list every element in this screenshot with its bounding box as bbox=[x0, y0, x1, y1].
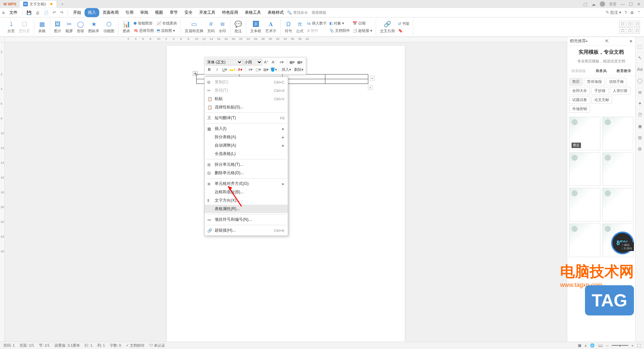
view-6[interactable]: ▢ bbox=[634, 28, 640, 34]
screenshot-button[interactable]: ✂截屏 bbox=[63, 20, 75, 34]
filter-business[interactable]: 商务风 bbox=[590, 66, 613, 76]
vertical-ruler[interactable]: 2 2 4 6 8 10 12 14 16 18 20 22 24 26 bbox=[0, 42, 5, 342]
menu-paste-special[interactable]: 📋选择性粘贴(S)... bbox=[205, 103, 288, 111]
page-break-button[interactable]: ⤵分页 bbox=[5, 20, 17, 34]
menu-translate[interactable]: 文短句翻译(T)F6 bbox=[205, 114, 288, 122]
menu-split-cell[interactable]: ⊞拆分单元格(T)... bbox=[205, 160, 288, 169]
bookmark-button[interactable]: 🔖 bbox=[397, 28, 411, 34]
blank-page-button[interactable]: ☐空白页 bbox=[17, 20, 32, 34]
shading-icon[interactable]: ▤▾ bbox=[262, 66, 270, 73]
view-1[interactable]: ▢ bbox=[619, 21, 625, 27]
fill-icon[interactable]: 🪣▾ bbox=[270, 66, 277, 73]
undo-icon[interactable]: ↶ bbox=[51, 10, 58, 15]
menu-table-properties[interactable]: 表格属性(R)... bbox=[205, 205, 288, 213]
tag-resume[interactable]: 简历 bbox=[569, 78, 583, 86]
panel-close-icon[interactable]: ✕ bbox=[629, 39, 633, 44]
menu-delete-cell[interactable]: ⊟删除单元格(D)... bbox=[205, 169, 288, 177]
template-item[interactable]: 最近 bbox=[569, 117, 600, 150]
template-item[interactable] bbox=[569, 223, 600, 257]
strip-select-icon[interactable]: ↖ bbox=[638, 55, 642, 60]
view-4[interactable]: ▢ bbox=[619, 28, 625, 34]
menu-copy[interactable]: ⧉复制(C)Ctrl+C bbox=[205, 78, 288, 86]
close-button[interactable]: ✕ bbox=[637, 2, 641, 7]
tab-security[interactable]: 安全 bbox=[181, 8, 196, 17]
horizontal-ruler[interactable]: 2 4 6 8 10 2 4 6 8 10 12 14 16 18 20 22 … bbox=[5, 37, 644, 42]
tag-thesis[interactable]: 论文文献 bbox=[591, 96, 612, 104]
comments-button[interactable]: ✎ 批注 ▾ bbox=[606, 10, 622, 15]
redo-icon[interactable]: ↷ bbox=[58, 10, 65, 15]
flowchart-button[interactable]: ⬒流程图 ▾ bbox=[155, 28, 178, 34]
settings-icon[interactable]: ⚙ bbox=[630, 10, 634, 15]
tab-dev[interactable]: 开发工具 bbox=[196, 8, 219, 17]
tag-poster[interactable]: 宣传海报 bbox=[584, 78, 605, 86]
view-3[interactable]: ▢ bbox=[634, 21, 640, 27]
template-item[interactable] bbox=[602, 188, 634, 221]
minimize-button[interactable]: — bbox=[621, 2, 625, 7]
view-outline-icon[interactable]: ≡ bbox=[585, 344, 587, 348]
wordart-button[interactable]: 𝐀艺术字 bbox=[263, 20, 278, 34]
filter-search[interactable]: 搜索模板 bbox=[567, 66, 590, 76]
strip-settings-icon[interactable]: ⚙ bbox=[638, 146, 642, 152]
tab-sections[interactable]: 章节 bbox=[166, 8, 181, 17]
status-position[interactable]: 设置值: 3.1厘米 bbox=[54, 343, 80, 348]
template-item[interactable] bbox=[602, 152, 634, 186]
cross-ref-button[interactable]: ⇄书签 bbox=[397, 20, 411, 27]
status-line[interactable]: 行: 1 bbox=[85, 343, 92, 348]
view-2[interactable]: ▢ bbox=[627, 21, 633, 27]
menu-paste[interactable]: 📋粘贴Ctrl+V bbox=[205, 95, 288, 103]
object-button[interactable]: ◧对象 ▾ bbox=[328, 20, 351, 27]
view-5[interactable]: ▢ bbox=[627, 28, 633, 34]
hyperlink-button[interactable]: 🔗交叉引用 bbox=[378, 20, 397, 34]
view-layout-icon[interactable]: ▦ bbox=[578, 343, 581, 348]
tab-view[interactable]: 视图 bbox=[152, 8, 166, 17]
doc-parts-button[interactable]: 📑超链接 ▾ bbox=[351, 28, 374, 34]
strip-layers-icon[interactable]: ≣ bbox=[638, 89, 642, 95]
mini-insert-button[interactable]: 插入▾ bbox=[280, 66, 292, 73]
tab-table-tools[interactable]: 表格工具 bbox=[241, 8, 264, 17]
dropcap-button[interactable]: ≣附件 bbox=[306, 28, 328, 34]
file-menu[interactable]: 文件 bbox=[7, 10, 20, 15]
shapes-button[interactable]: ◯形状 bbox=[75, 20, 86, 34]
status-cert[interactable]: 🛡 未认证 bbox=[149, 343, 165, 348]
font-size-selector[interactable]: 小四 bbox=[243, 59, 262, 65]
filter-education[interactable]: 教育教学 bbox=[612, 66, 635, 76]
menu-split-table[interactable]: 拆分表格(A)▶ bbox=[205, 133, 288, 141]
collapse-ribbon-icon[interactable]: ⌃ bbox=[637, 10, 641, 15]
notif-icon[interactable]: ▢ bbox=[583, 2, 587, 7]
mini-delete-button[interactable]: 删除▾ bbox=[293, 66, 305, 73]
align-icon[interactable]: ≡▾ bbox=[247, 66, 254, 73]
menu-borders[interactable]: 边框和底纹(B)... bbox=[205, 188, 288, 196]
tag-marketing[interactable]: 市场营销 bbox=[569, 105, 590, 113]
zoom-in-icon[interactable]: + bbox=[632, 344, 634, 348]
template-item[interactable] bbox=[569, 152, 600, 186]
mindmap-button[interactable]: 🧠思维导图 bbox=[132, 28, 155, 34]
tag-hr[interactable]: 人资行政 bbox=[610, 87, 631, 95]
comment-button[interactable]: 💬批注 bbox=[232, 20, 244, 34]
fullscreen-icon[interactable]: ⛶ bbox=[637, 344, 641, 348]
add-column-button[interactable]: + bbox=[370, 76, 375, 81]
date-button[interactable]: 📅日期 bbox=[351, 20, 374, 27]
view-web-icon[interactable]: 🌐 bbox=[590, 343, 595, 348]
table-button[interactable]: ▦表格 bbox=[36, 20, 48, 34]
tag-handwritten[interactable]: 手抄报 bbox=[591, 87, 608, 95]
merge-cells-icon[interactable]: ▦▾ bbox=[288, 58, 296, 66]
online-chart-button[interactable]: 📈在线图表 bbox=[155, 20, 178, 27]
tab-start[interactable]: 开始 bbox=[70, 8, 85, 17]
symbol-button[interactable]: Ω符号 bbox=[283, 20, 294, 34]
underline-icon[interactable]: U▾ bbox=[221, 66, 228, 73]
highlight-icon[interactable]: ▬▾ bbox=[229, 66, 236, 73]
textbox-button[interactable]: 🅰文本框 bbox=[248, 20, 263, 34]
strip-style-icon[interactable]: Aa bbox=[637, 66, 643, 72]
save-icon[interactable]: 💾 bbox=[24, 10, 34, 15]
strip-clock-icon[interactable]: ⏱ bbox=[638, 112, 642, 117]
strip-effects-icon[interactable]: ✦ bbox=[638, 101, 642, 106]
chart-button[interactable]: 📊图表 bbox=[121, 20, 132, 34]
page-number-button[interactable]: #页码 bbox=[205, 20, 217, 34]
bold-icon[interactable]: B bbox=[206, 66, 213, 73]
tag-exam[interactable]: 试题试卷 bbox=[569, 96, 590, 104]
table-style-icon[interactable]: ▦▾ bbox=[296, 58, 304, 66]
number-button[interactable]: №插入数字 bbox=[306, 20, 328, 27]
avatar[interactable] bbox=[600, 1, 605, 7]
menu-autofit[interactable]: 自动调整(A)▶ bbox=[205, 141, 288, 150]
tab-layout[interactable]: 页面布局 bbox=[99, 8, 122, 17]
